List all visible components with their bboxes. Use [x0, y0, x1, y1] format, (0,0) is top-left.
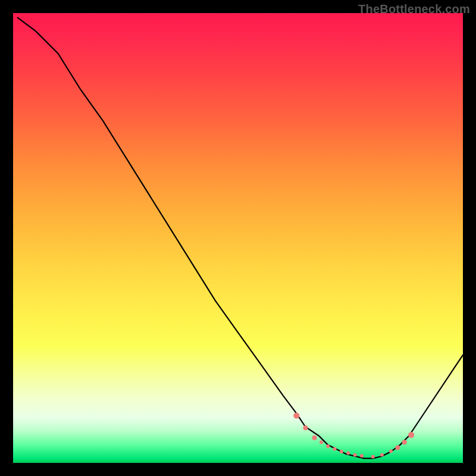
marker-dot [340, 450, 343, 453]
marker-dot [395, 445, 400, 450]
marker-group [293, 413, 414, 459]
curve-path [18, 18, 463, 459]
marker-dot [408, 432, 414, 438]
marker-dot [333, 447, 337, 451]
marker-dot [320, 440, 323, 444]
watermark-text: TheBottleneck.com [358, 2, 470, 16]
marker-dot [353, 453, 357, 456]
marker-dot [293, 413, 299, 419]
marker-dot [326, 444, 330, 448]
marker-dot [402, 440, 407, 444]
chart-plot-area [13, 13, 463, 463]
marker-dot [360, 454, 364, 458]
marker-dot [380, 453, 384, 456]
chart-frame: TheBottleneck.com [0, 0, 476, 476]
chart-svg [13, 13, 463, 463]
marker-dot [346, 451, 350, 455]
marker-dot [371, 455, 375, 458]
marker-dot [389, 449, 393, 453]
marker-dot [312, 436, 317, 440]
marker-dot [303, 425, 308, 430]
